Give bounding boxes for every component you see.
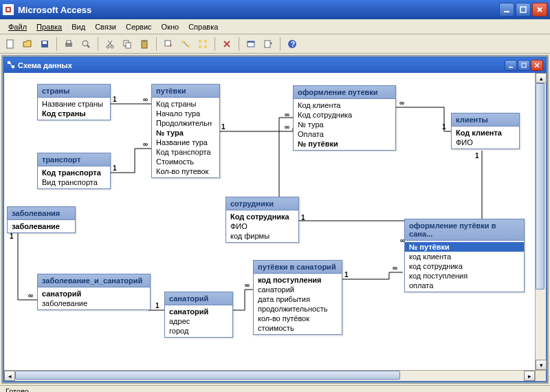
cut-icon[interactable] [102,36,118,52]
field[interactable]: Оплата [294,129,395,139]
schema-titlebar[interactable]: Схема данных [4,58,546,73]
schema-minimize-button[interactable] [505,60,517,71]
field[interactable]: город [165,326,232,336]
field[interactable]: Вид транспорта [38,177,110,187]
open-icon[interactable] [20,36,35,52]
field[interactable]: Стоимость [152,157,219,166]
field[interactable]: Продолжительн [152,118,219,128]
show-direct-icon[interactable] [178,36,193,52]
print-icon[interactable] [61,36,76,52]
table-title[interactable]: оформление путевки [294,86,395,99]
new-icon[interactable] [3,36,18,52]
field[interactable]: Код сотрудника [294,110,395,120]
menu-service[interactable]: Сервис [122,21,156,32]
field[interactable]: ФИО [452,138,519,147]
field[interactable]: Кол-во путевок [152,166,219,176]
field[interactable]: кол-во путёвок [254,314,342,323]
save-icon[interactable] [37,36,52,52]
field[interactable]: заболевание [38,298,150,308]
show-all-icon[interactable] [195,36,210,52]
table-diseases[interactable]: заболевания заболевание [7,206,76,233]
delete-icon[interactable] [219,36,234,52]
table-tours[interactable]: путёвки Код страны Начало тура Продолжит… [151,84,220,178]
field[interactable]: код фирмы [226,231,298,241]
schema-maximize-button[interactable] [518,60,530,71]
field[interactable]: Код транспорта [152,147,219,157]
table-title[interactable]: оформление путёвки в сана... [405,219,524,241]
minimize-button[interactable] [499,3,514,17]
scroll-right-button[interactable]: ▸ [524,371,535,381]
schema-close-button[interactable] [531,60,543,71]
menu-view[interactable]: Вид [67,21,89,32]
field-pk[interactable]: Код транспорта [38,168,110,177]
table-title[interactable]: заболевание_и_санаторий [38,274,150,287]
field-pk[interactable]: Код сотрудника [226,212,298,221]
field[interactable]: код клиента [405,252,524,261]
field[interactable]: оплата [405,281,524,290]
field[interactable]: Название страны [38,99,110,109]
menu-window[interactable]: Окно [157,21,184,32]
field[interactable]: Код клиента [294,100,395,110]
field-pk[interactable]: № путёвки [294,139,395,149]
scroll-thumb-h[interactable] [15,371,400,380]
preview-icon[interactable] [78,36,94,52]
svg-rect-12 [126,43,131,48]
field[interactable]: продолжительность [254,304,342,314]
table-title[interactable]: страны [38,85,110,98]
field-pk[interactable]: санаторий [165,307,232,316]
new-object-icon[interactable] [261,36,276,52]
table-title[interactable]: санаторий [165,292,232,305]
table-clients[interactable]: клиенты Код клиента ФИО [451,113,520,149]
paste-icon[interactable] [137,36,152,52]
menu-help[interactable]: Справка [184,21,222,32]
table-title[interactable]: транспорт [38,153,110,166]
field-selected[interactable]: № путёвки [405,242,524,252]
table-resort-tours[interactable]: путёвки в санаторий код поступления сана… [253,260,342,335]
field[interactable]: дата прибытия [254,294,342,304]
table-disease-resort[interactable]: заболевание_и_санаторий санаторий заболе… [37,274,151,310]
menu-edit[interactable]: Правка [32,21,66,32]
field[interactable]: стоимость [254,323,342,333]
help-icon[interactable]: ? [285,36,300,52]
table-transport[interactable]: транспорт Код транспорта Вид транспорта [37,153,111,189]
scroll-up-button[interactable]: ▴ [536,73,547,83]
field[interactable]: код поступления [405,271,524,281]
field[interactable]: № тура [294,120,395,129]
table-title[interactable]: заболевания [8,207,75,220]
field[interactable]: Код страны [152,99,219,109]
table-title[interactable]: клиенты [452,113,519,127]
table-title[interactable]: путёвки в санаторий [254,261,342,274]
window-db-icon[interactable] [243,36,258,52]
field[interactable]: санаторий [254,285,342,294]
field-pk[interactable]: заболевание [8,221,75,231]
add-table-icon[interactable]: + [161,36,176,52]
copy-icon[interactable] [120,36,135,52]
field-pk[interactable]: код поступления [254,275,342,285]
table-tour-booking[interactable]: оформление путевки Код клиента Код сотру… [293,85,396,151]
field[interactable]: код сотрудника [405,261,524,271]
field-pk[interactable]: Код страны [38,109,110,118]
field-pk[interactable]: Код клиента [452,128,519,138]
field[interactable]: адрес [165,316,232,326]
scroll-thumb-v[interactable] [536,83,544,290]
field-pk[interactable]: санаторий [38,289,150,298]
scroll-down-button[interactable]: ▾ [536,360,547,370]
menu-file[interactable]: Файл [4,21,31,32]
scrollbar-horizontal[interactable]: ◂ ▸ [4,370,546,381]
relationship-canvas[interactable]: 1 ∞ 1 ∞ 1 ∞ ∞ 1 ∞ 1 1 ∞ 1 ∞ 1 ∞ 1 ∞ 1 ∞ … [4,73,546,370]
table-resort[interactable]: санаторий санаторий адрес город [164,292,233,338]
field[interactable]: ФИО [226,221,298,231]
scroll-left-button[interactable]: ◂ [4,371,15,381]
field[interactable]: Начало тура [152,109,219,118]
field[interactable]: Название тура [152,138,219,147]
table-resort-booking[interactable]: оформление путёвки в сана... № путёвки к… [404,219,525,292]
table-title[interactable]: сотрудники [226,197,298,210]
maximize-button[interactable] [516,3,531,17]
scrollbar-vertical[interactable]: ▴ ▾ [535,73,546,370]
table-countries[interactable]: страны Название страны Код страны [37,84,111,120]
table-title[interactable]: путёвки [152,85,219,98]
field-pk[interactable]: № тура [152,128,219,138]
table-employees[interactable]: сотрудники Код сотрудника ФИО код фирмы [226,197,299,243]
menu-relations[interactable]: Связи [91,21,120,32]
close-button[interactable] [532,3,547,17]
